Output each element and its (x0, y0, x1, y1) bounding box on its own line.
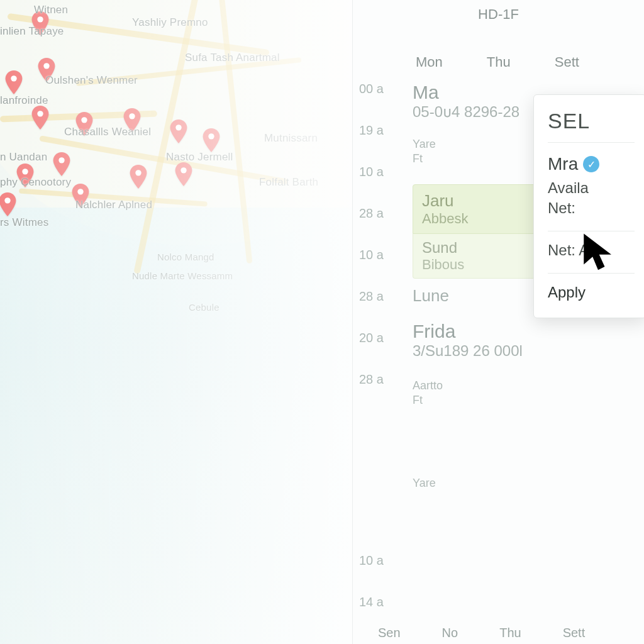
day-header-row: Mon Thu Sett (416, 54, 644, 70)
map-place-label: rs Witmes (0, 216, 48, 229)
entry-title: Aartto (413, 379, 538, 393)
map-place-label: inlien Tapaye (0, 25, 64, 38)
svg-point-11 (180, 167, 186, 173)
map-pin-icon[interactable] (53, 152, 70, 176)
time-label: 20 a (359, 331, 384, 372)
map-place-label: lanfroinde (0, 94, 48, 107)
entry-title: Frida (413, 321, 538, 342)
time-label: 28 a (359, 372, 384, 414)
popover-separator (548, 231, 635, 231)
entry-title: Yare (413, 137, 538, 152)
schedule-entry-highlighted[interactable]: Sund Bibous (413, 234, 538, 279)
schedule-entries: Ma 05-0ᴜ4 8296-28 Yare Ft Jaru Abbesk Su… (413, 82, 538, 509)
day-header[interactable]: No (442, 626, 458, 640)
time-label: 00 a (359, 82, 384, 123)
svg-point-9 (22, 169, 28, 174)
time-label: 19 a (359, 123, 384, 165)
popover-net-line: Net: (548, 199, 635, 217)
map-pin-icon[interactable] (175, 162, 192, 186)
popover-availability: Availa (548, 179, 635, 197)
entry-sub: Ft (413, 393, 538, 408)
entry-sub: 3/Su189 26 000l (413, 342, 538, 360)
schedule-entry[interactable]: Aartto Ft (413, 379, 538, 407)
entry-title: Lune (413, 286, 538, 306)
map-place-label: n Uandan (0, 151, 47, 164)
apply-button[interactable]: Apply (548, 284, 635, 301)
entry-title: Yare (413, 476, 538, 491)
map-place-label: Yashliy Premno (132, 16, 208, 29)
time-label: 10 a (359, 248, 384, 289)
svg-point-2 (43, 63, 49, 69)
svg-point-0 (37, 16, 43, 22)
day-header[interactable]: Sen (378, 626, 401, 640)
time-axis-lower: 10 a 14 a (359, 553, 384, 636)
map-place-label: Nalchler Aplned (75, 199, 152, 211)
svg-point-1 (11, 75, 16, 81)
map-place-label: phy Cenootory (0, 176, 71, 189)
svg-point-6 (175, 125, 181, 130)
bottom-day-header-row: Sen No Thu Sett (378, 626, 644, 640)
map-place-label: Sufa Tash Anartmal (185, 52, 280, 64)
svg-point-5 (129, 113, 135, 119)
map-place-label: Folfalt Barth (259, 176, 318, 189)
entry-sub: Bibous (422, 257, 529, 273)
map-pin-icon[interactable] (170, 119, 187, 143)
map-pin-icon[interactable] (130, 165, 147, 189)
map-place-label: Nasto Jermell (166, 151, 233, 164)
time-label: 28 a (359, 206, 384, 248)
map-place-label: Nudle Marte Wessamm (132, 270, 233, 281)
svg-point-3 (37, 111, 43, 116)
entry-sub: Ft (413, 152, 538, 166)
schedule-panel: HD-1F Mon Thu Sett 00 a 19 a 10 a 28 a 1… (352, 0, 644, 644)
day-header[interactable]: Thu (499, 626, 521, 640)
schedule-header-code: HD-1F (353, 6, 644, 23)
popover-name-row: Mra ✓ (548, 154, 635, 174)
map-place-label: Witnen (34, 4, 68, 16)
map-place-label: Chasallls Weaniel (64, 126, 151, 138)
popover-name: Mra (548, 154, 578, 174)
popover-net-line: Net: A (548, 242, 635, 259)
map-pin-icon[interactable] (0, 192, 16, 216)
entry-sub: Abbesk (422, 211, 529, 227)
entry-sub: 05-0ᴜ4 8296-28 (413, 103, 538, 121)
time-axis: 00 a 19 a 10 a 28 a 10 a 28 a 20 a 28 a (359, 82, 384, 414)
entry-title: Sund (422, 239, 529, 257)
map-pin-icon[interactable] (203, 128, 220, 152)
map-place-label: Nolco Mangd (157, 252, 214, 262)
map-place-label: Cebule (189, 302, 219, 313)
svg-point-13 (4, 197, 10, 203)
popover-title: SEL (548, 109, 635, 143)
svg-point-4 (81, 117, 87, 123)
entry-title: Ma (413, 82, 538, 103)
time-label: 10 a (359, 553, 384, 595)
detail-popover[interactable]: SEL Mra ✓ Availa Net: Net: A Apply (533, 94, 644, 318)
schedule-entry[interactable]: Yare Ft (413, 137, 538, 165)
schedule-entry[interactable]: Lune (413, 286, 538, 306)
time-label: 10 a (359, 165, 384, 206)
day-header[interactable]: Thu (487, 54, 511, 70)
popover-separator (548, 273, 635, 274)
time-label: 28 a (359, 289, 384, 331)
verified-badge-icon: ✓ (583, 156, 599, 172)
map-background (0, 0, 352, 644)
map-panel[interactable]: Witneninlien TapayeYashliy PremnoSufa Ta… (0, 0, 352, 644)
entry-title: Jaru (422, 191, 529, 211)
map-place-label: Mutnissarn (264, 132, 318, 145)
schedule-entry[interactable]: Frida 3/Su189 26 000l (413, 321, 538, 360)
day-header[interactable]: Mon (416, 54, 443, 70)
map-pin-icon[interactable] (5, 70, 23, 94)
svg-point-8 (58, 157, 64, 163)
schedule-entry[interactable]: Yare (413, 476, 538, 491)
svg-point-12 (77, 189, 83, 194)
schedule-entry-highlighted[interactable]: Jaru Abbesk (413, 184, 538, 234)
day-header[interactable]: Sett (563, 626, 586, 640)
schedule-entry[interactable]: Ma 05-0ᴜ4 8296-28 (413, 82, 538, 121)
day-header[interactable]: Sett (555, 54, 579, 70)
map-pin-icon[interactable] (31, 106, 49, 130)
svg-point-10 (135, 170, 141, 175)
svg-point-7 (208, 133, 214, 139)
map-place-label: Oulshen's Wenmer (45, 74, 138, 87)
